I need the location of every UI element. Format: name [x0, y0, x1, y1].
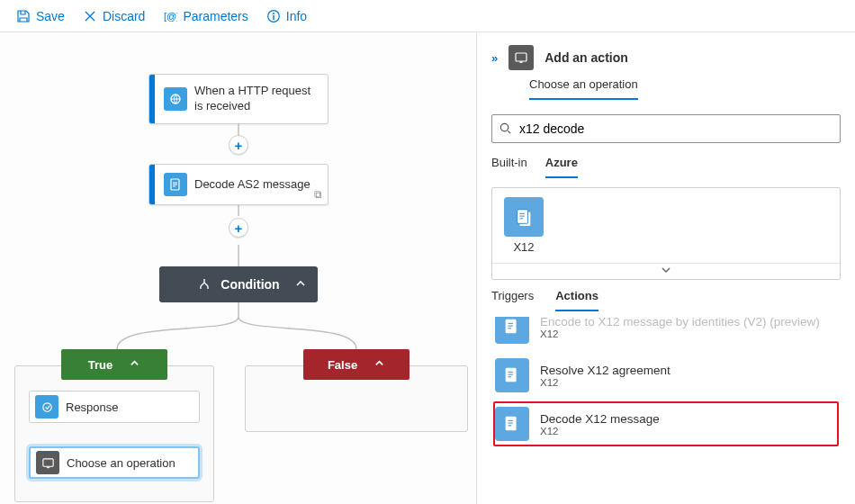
trigger-card[interactable]: When a HTTP request is received [148, 74, 328, 124]
discard-button[interactable]: Discard [76, 5, 152, 27]
x12-icon [495, 358, 529, 392]
action-row[interactable]: Encode to X12 message by identities (V2)… [477, 317, 855, 351]
action-sub: X12 [540, 377, 670, 388]
parameters-label: Parameters [183, 9, 248, 23]
connector-name: X12 [513, 240, 534, 254]
x12-icon [495, 317, 529, 344]
toolbar: Save Discard [@] Parameters Info [0, 0, 855, 32]
choose-operation-label: Choose an operation [67, 456, 176, 470]
tab-triggers[interactable]: Triggers [491, 289, 534, 311]
designer-canvas[interactable]: When a HTTP request is received + Decode… [0, 32, 477, 504]
branch-true-header[interactable]: True [61, 349, 167, 380]
panel-subtitle[interactable]: Choose an operation [529, 77, 638, 100]
svg-rect-3 [273, 15, 274, 20]
svg-point-9 [500, 123, 508, 130]
action-title: Encode to X12 message by identities (V2)… [540, 317, 820, 328]
condition-card[interactable]: Condition [159, 266, 318, 302]
parameters-button[interactable]: [@] Parameters [156, 5, 255, 27]
card-stripe [149, 75, 155, 123]
action-title: Decode X12 message [540, 412, 660, 426]
svg-text:[@]: [@] [164, 11, 177, 22]
chevron-up-icon [374, 357, 385, 372]
action-title: Decode AS2 message [194, 172, 328, 198]
info-label: Info [286, 9, 307, 23]
response-card[interactable]: Response [29, 391, 200, 423]
save-label: Save [36, 9, 65, 23]
link-icon: ⧉ [314, 188, 322, 201]
parameters-icon: [@] [163, 9, 177, 23]
actions-list[interactable]: Encode to X12 message by identities (V2)… [477, 317, 855, 470]
svg-rect-13 [506, 320, 517, 334]
runtime-tabs: Built-in Azure [477, 143, 855, 178]
save-icon [16, 9, 31, 23]
http-icon [164, 87, 187, 111]
action-card-as2[interactable]: Decode AS2 message ⧉ [148, 164, 328, 205]
document-icon [164, 173, 187, 196]
branch-true-label: True [88, 358, 112, 372]
connector-x12[interactable]: X12 [492, 188, 555, 263]
action-title: Resolve X12 agreement [540, 364, 670, 377]
info-icon [266, 9, 281, 23]
branch-icon [197, 277, 212, 292]
close-icon [83, 9, 97, 23]
svg-rect-7 [42, 458, 52, 465]
action-row-highlighted[interactable]: Decode X12 message X12 [493, 401, 839, 446]
response-label: Response [66, 400, 119, 414]
search-icon [499, 122, 512, 138]
chevron-up-icon [294, 277, 307, 292]
connectors-list: X12 [491, 187, 841, 280]
card-stripe [149, 165, 155, 204]
svg-rect-14 [506, 368, 517, 382]
expand-connectors[interactable] [492, 263, 840, 279]
collapse-panel-icon[interactable]: » [491, 51, 498, 65]
operation-icon [36, 451, 59, 474]
add-step-button[interactable]: + [229, 218, 248, 238]
svg-rect-8 [516, 53, 526, 61]
svg-point-2 [273, 13, 274, 14]
branch-true-container [14, 365, 214, 502]
svg-point-6 [42, 402, 50, 410]
trigger-title: When a HTTP request is received [194, 78, 328, 120]
tab-azure[interactable]: Azure [545, 156, 578, 178]
action-sub: X12 [540, 426, 660, 436]
tab-builtin[interactable]: Built-in [491, 156, 527, 178]
branch-false-label: False [328, 358, 357, 372]
action-row[interactable]: Resolve X12 agreement X12 [477, 351, 855, 400]
action-sub: X12 [540, 328, 820, 339]
panel-title: Add an action [544, 50, 628, 65]
x12-icon [504, 197, 544, 237]
discard-label: Discard [103, 9, 145, 23]
search-input[interactable] [491, 114, 841, 143]
branch-false-header[interactable]: False [303, 349, 410, 380]
panel-icon [508, 45, 534, 70]
save-button[interactable]: Save [9, 5, 72, 27]
condition-title: Condition [220, 277, 279, 292]
operation-panel: » Add an action Choose an operation Buil… [477, 32, 855, 504]
chevron-up-icon [129, 357, 140, 372]
response-icon [35, 395, 58, 418]
info-button[interactable]: Info [259, 5, 314, 27]
choose-operation-card[interactable]: Choose an operation [29, 446, 200, 479]
x12-icon [495, 407, 529, 441]
add-step-button[interactable]: + [229, 135, 248, 155]
tab-actions[interactable]: Actions [555, 289, 598, 311]
svg-rect-15 [506, 417, 517, 431]
